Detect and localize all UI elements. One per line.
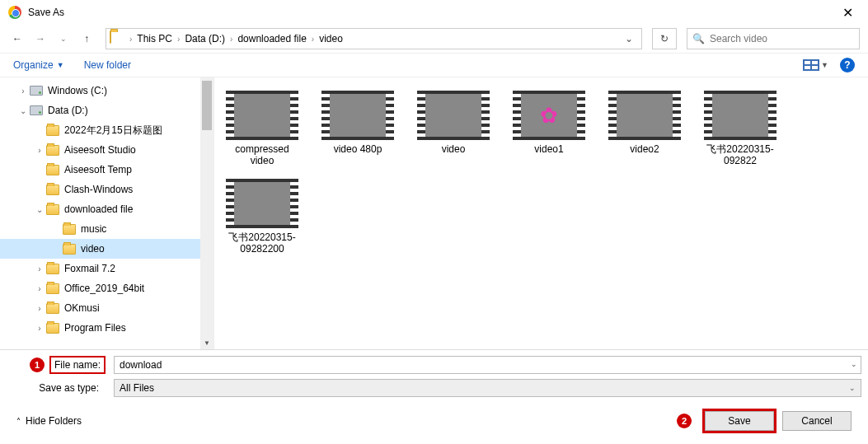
tree-item[interactable]: ›Program Files xyxy=(0,318,213,338)
nav-row: ← → ⌄ ↑ › This PC › Data (D:) › download… xyxy=(0,25,868,53)
forward-button[interactable]: → xyxy=(31,30,49,48)
tree-item-label: video xyxy=(81,243,105,255)
expand-chevron[interactable]: ⌄ xyxy=(33,205,46,214)
cancel-button[interactable]: Cancel xyxy=(782,411,852,431)
folder-icon xyxy=(63,222,76,236)
svg-rect-3 xyxy=(805,66,810,69)
video-thumbnail xyxy=(226,91,298,140)
file-label: video1 xyxy=(534,143,563,155)
tree-item[interactable]: ›Windows (C:) xyxy=(0,81,213,100)
filename-label: File name: xyxy=(49,356,106,374)
breadcrumb-item[interactable]: downloaded file xyxy=(234,33,309,44)
file-item[interactable]: compressed video xyxy=(223,91,302,167)
savetype-label: Save as type: xyxy=(10,382,106,394)
folder-tree[interactable]: ›Windows (C:)⌄Data (D:)2022年2月15日标题图›Ais… xyxy=(0,77,214,349)
folder-icon xyxy=(63,242,76,255)
refresh-button[interactable]: ↻ xyxy=(652,28,677,49)
expand-chevron[interactable]: › xyxy=(16,86,30,96)
tree-item-label: downloaded file xyxy=(64,203,133,215)
file-item[interactable]: video1 xyxy=(509,91,589,167)
annotation-badge-2: 2 xyxy=(677,414,692,428)
filename-input-wrap[interactable]: ⌄ xyxy=(114,356,861,374)
breadcrumb-item[interactable]: Data (D:) xyxy=(181,33,228,44)
address-dropdown[interactable]: ⌄ xyxy=(620,33,638,44)
address-bar[interactable]: › This PC › Data (D:) › downloaded file … xyxy=(106,28,642,49)
file-label: video 480p xyxy=(334,143,382,155)
titlebar: Save As ✕ xyxy=(0,0,868,25)
tree-item[interactable]: ⌄downloaded file xyxy=(0,199,213,219)
video-thumbnail xyxy=(321,91,394,140)
tree-item-label: 2022年2月15日标题图 xyxy=(64,124,162,138)
close-button[interactable]: ✕ xyxy=(836,2,860,24)
expand-chevron[interactable]: › xyxy=(33,264,46,273)
expand-chevron[interactable]: › xyxy=(33,304,46,313)
drive-icon xyxy=(30,84,43,97)
help-button[interactable]: ? xyxy=(840,58,855,72)
tree-item-label: OKmusi xyxy=(64,302,100,314)
chevron-right-icon: › xyxy=(176,35,181,44)
search-input[interactable] xyxy=(710,33,854,44)
tree-item[interactable]: ›Foxmail 7.2 xyxy=(0,259,213,278)
filename-input[interactable] xyxy=(120,357,856,373)
svg-rect-1 xyxy=(805,61,810,64)
search-box[interactable]: 🔍 xyxy=(687,28,860,49)
file-item[interactable]: video2 xyxy=(605,91,684,167)
tree-item[interactable]: music xyxy=(0,219,213,239)
tree-item[interactable]: ›Aiseesoft Studio xyxy=(0,140,213,160)
tree-item[interactable]: ›OKmusi xyxy=(0,298,213,318)
file-item[interactable]: video 480p xyxy=(318,91,397,167)
file-item[interactable]: video xyxy=(414,91,493,167)
breadcrumb-item[interactable]: This PC xyxy=(134,33,176,44)
tree-item[interactable]: video xyxy=(0,239,213,259)
back-button[interactable]: ← xyxy=(8,30,26,48)
tree-item-label: Foxmail 7.2 xyxy=(64,263,115,274)
expand-chevron[interactable]: › xyxy=(33,146,46,155)
filename-dropdown[interactable]: ⌄ xyxy=(851,360,857,368)
breadcrumb-item[interactable]: video xyxy=(316,33,346,44)
file-item[interactable]: 飞书20220315-09282200 xyxy=(223,179,302,255)
up-button[interactable]: ↑ xyxy=(77,30,96,48)
view-options[interactable]: ▼ xyxy=(803,59,828,71)
chevron-down-icon: ⌄ xyxy=(849,384,856,392)
tree-scrollbar[interactable]: ▲ ▼ xyxy=(200,77,213,349)
svg-rect-2 xyxy=(812,61,818,64)
expand-chevron[interactable]: ⌄ xyxy=(16,106,30,115)
chevron-down-icon: ▼ xyxy=(821,61,828,69)
chrome-icon xyxy=(8,6,21,19)
savetype-value: All Files xyxy=(120,382,154,394)
folder-icon xyxy=(46,203,59,216)
scroll-down-icon[interactable]: ▼ xyxy=(200,336,213,349)
savetype-select[interactable]: All Files ⌄ xyxy=(114,379,861,397)
scroll-thumb[interactable] xyxy=(202,81,212,130)
tree-item-label: Office_2019_64bit xyxy=(64,283,144,294)
new-folder-button[interactable]: New folder xyxy=(84,59,131,71)
drive-icon xyxy=(30,104,43,117)
expand-chevron[interactable]: › xyxy=(33,324,46,333)
folder-icon xyxy=(46,262,59,275)
video-thumbnail xyxy=(608,91,681,140)
tree-item[interactable]: Clash-Windows xyxy=(0,180,213,199)
hide-folders-toggle[interactable]: ˄ Hide Folders xyxy=(16,415,82,427)
savetype-row: Save as type: All Files ⌄ xyxy=(7,378,861,398)
footer: ˄ Hide Folders 2 Save Cancel xyxy=(0,403,868,439)
tree-item[interactable]: ⌄Data (D:) xyxy=(0,100,213,120)
window-title: Save As xyxy=(28,7,64,18)
file-label: 飞书20220315-09282200 xyxy=(223,231,302,255)
view-icon xyxy=(803,59,819,71)
tree-item[interactable]: Aiseesoft Temp xyxy=(0,160,213,180)
save-button[interactable]: Save xyxy=(705,411,774,431)
file-list[interactable]: compressed videovideo 480pvideovideo1vid… xyxy=(214,77,868,349)
tree-item[interactable]: ›Office_2019_64bit xyxy=(0,278,213,298)
tree-item[interactable]: 2022年2月15日标题图 xyxy=(0,120,213,140)
organize-menu[interactable]: Organize▼ xyxy=(13,59,64,71)
tree-item-label: Data (D:) xyxy=(48,105,88,116)
filename-row: 1 File name: ⌄ xyxy=(7,355,861,375)
file-item[interactable]: 飞书20220315-092822 xyxy=(701,91,780,167)
hide-folders-label: Hide Folders xyxy=(26,415,82,427)
expand-chevron[interactable]: › xyxy=(33,284,46,293)
bottom-panel: 1 File name: ⌄ Save as type: All Files ⌄ xyxy=(0,349,868,403)
folder-icon xyxy=(46,321,59,334)
chevron-right-icon: › xyxy=(310,35,316,44)
chevron-up-icon: ˄ xyxy=(16,417,21,426)
recent-dropdown[interactable]: ⌄ xyxy=(54,30,73,48)
